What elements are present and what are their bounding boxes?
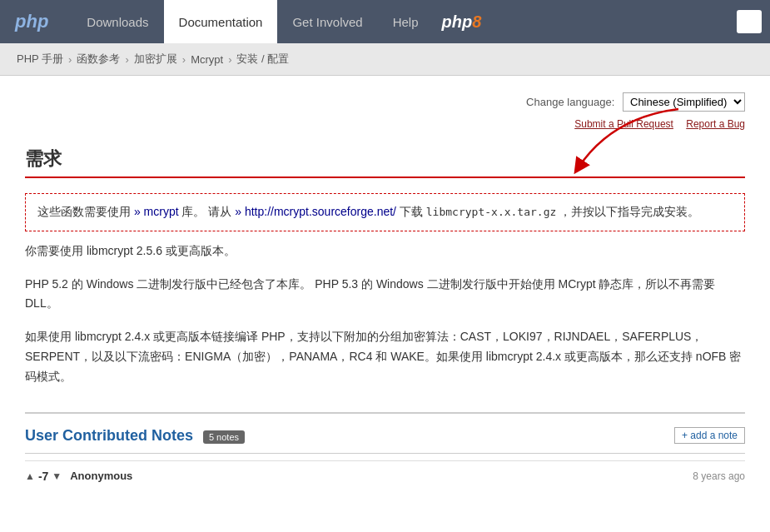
breadcrumb: PHP 手册 › 函数参考 › 加密扩展 › Mcrypt › 安装 / 配置 <box>0 43 770 76</box>
paragraph-1: 这些函数需要使用 » mcrypt 库。 请从 » http://mcrypt.… <box>25 193 745 231</box>
nav-help[interactable]: Help <box>378 0 434 43</box>
report-bug-link[interactable]: Report a Bug <box>686 118 745 130</box>
submit-pull-request-link[interactable]: Submit a Pull Request <box>574 118 673 130</box>
change-language-label: Change language: <box>526 96 614 108</box>
php-logo: php <box>8 11 55 32</box>
main-content: Change language: Chinese (Simplified) En… <box>0 76 770 508</box>
breadcrumb-item-manual[interactable]: PHP 手册 <box>17 52 63 67</box>
notes-title: User Contributed Notes <box>25 427 193 444</box>
breadcrumb-item-mcrypt[interactable]: Mcrypt <box>191 53 223 66</box>
breadcrumb-sep-4: › <box>228 53 231 66</box>
breadcrumb-item-install[interactable]: 安装 / 配置 <box>236 52 289 67</box>
language-select[interactable]: Chinese (Simplified) English Japanese Ko… <box>623 92 745 112</box>
lang-links: Submit a Pull Request Report a Bug <box>25 118 745 130</box>
comment-author: Anonymous <box>70 470 132 482</box>
breadcrumb-sep-1: › <box>68 53 72 66</box>
filename-code: libmcrypt-x.x.tar.gz <box>426 206 557 218</box>
nav-documentation[interactable]: Documentation <box>164 0 278 43</box>
notes-section: User Contributed Notes 5 notes + add a n… <box>25 412 745 491</box>
mcrypt-link[interactable]: » mcrypt <box>134 205 179 218</box>
language-bar: Change language: Chinese (Simplified) En… <box>25 92 745 112</box>
breadcrumb-sep-2: › <box>125 53 128 66</box>
breadcrumb-item-crypto[interactable]: 加密扩展 <box>134 52 177 67</box>
vote-section: ▲ -7 ▼ <box>25 470 62 483</box>
notes-header: User Contributed Notes 5 notes + add a n… <box>25 427 745 445</box>
paragraph-4: 如果使用 libmcrypt 2.4.x 或更高版本链接编译 PHP，支持以下附… <box>25 327 745 386</box>
comment-time: 8 years ago <box>693 470 745 482</box>
notes-title-group: User Contributed Notes 5 notes <box>25 427 245 445</box>
notes-badge: 5 notes <box>203 430 245 444</box>
header: php Downloads Documentation Get Involved… <box>0 0 770 43</box>
vote-down-icon[interactable]: ▼ <box>52 470 62 482</box>
notes-divider <box>25 453 745 454</box>
nav-get-involved[interactable]: Get Involved <box>277 0 377 43</box>
comment-row: ▲ -7 ▼ Anonymous 8 years ago <box>25 460 745 491</box>
breadcrumb-item-functions[interactable]: 函数参考 <box>77 52 120 67</box>
paragraph-2: 你需要使用 libmcrypt 2.5.6 或更高版本。 <box>25 241 745 261</box>
vote-score: -7 <box>38 470 48 483</box>
breadcrumb-sep-3: › <box>182 53 186 66</box>
section-title: 需求 <box>25 147 745 178</box>
php8-logo: php8 <box>442 12 482 32</box>
add-note-link[interactable]: + add a note <box>674 427 745 444</box>
main-nav: Downloads Documentation Get Involved Hel… <box>72 0 433 43</box>
vote-up-icon[interactable]: ▲ <box>25 470 35 482</box>
paragraph-3: PHP 5.2 的 Windows 二进制发行版中已经包含了本库。 PHP 5.… <box>25 275 745 315</box>
sourceforge-link[interactable]: » http://mcrypt.sourceforge.net/ <box>235 205 396 218</box>
search-box[interactable] <box>737 10 762 33</box>
nav-downloads[interactable]: Downloads <box>72 0 163 43</box>
